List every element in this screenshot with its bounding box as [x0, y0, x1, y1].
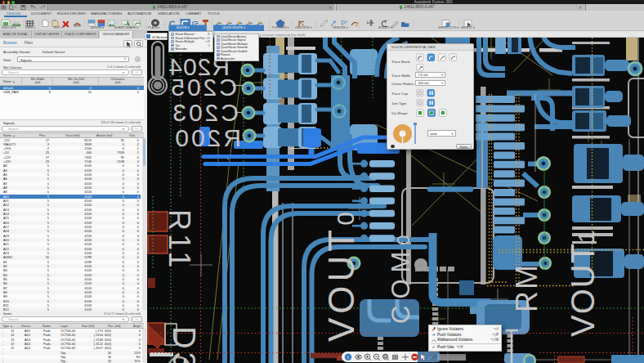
svg-text:VOUT1: VOUT1	[565, 230, 601, 337]
svg-text:C205: C205	[168, 74, 237, 101]
svg-text:VOUT0: VOUT0	[321, 208, 361, 342]
svg-text:D3: D3	[167, 326, 201, 363]
svg-text:C203: C203	[170, 99, 239, 126]
svg-text:R11: R11	[163, 209, 196, 271]
svg-text:i: i	[347, 354, 349, 360]
svg-text:RM: RM	[510, 263, 543, 312]
svg-text:R200: R200	[172, 124, 241, 151]
